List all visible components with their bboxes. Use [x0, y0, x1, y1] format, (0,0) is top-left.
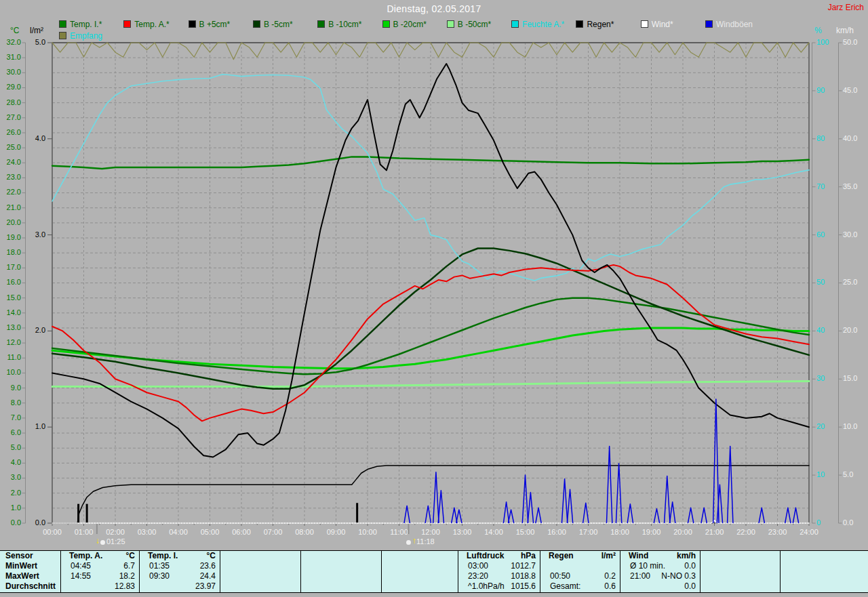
stats-cell-time: 09:30	[149, 571, 170, 581]
wind-axis-label: 45.0	[843, 86, 857, 94]
wind-gust-spike	[793, 508, 798, 523]
stats-cell-value: 23.6	[200, 561, 216, 571]
weather-app-window: Dienstag, 02.05.2017 Jarz Erich Temp. I.…	[0, 0, 868, 597]
humidity-axis-label: 10	[816, 470, 825, 478]
stats-cell-value: N-NO 0.3	[661, 571, 696, 581]
stats-cell-value: 12.83	[115, 581, 135, 592]
wind-axis-label: 35.0	[843, 182, 857, 190]
stats-cell-value: 0.2	[604, 571, 616, 581]
temp-axis-label: 19.0	[7, 233, 21, 241]
temp-axis-label: 12.0	[7, 338, 21, 346]
time-axis-label: 12:00	[421, 528, 440, 536]
humidity-axis-label: 80	[816, 134, 825, 142]
wind-axis-label: 0.0	[843, 518, 853, 527]
stats-row-labels: SensorMinWertMaxWertDurchschnitt	[0, 551, 60, 592]
temp-axis-label: 2.0	[11, 489, 21, 497]
temp-axis-label: 16.0	[7, 278, 21, 286]
wind-gust-spike	[785, 508, 791, 523]
wind-gust-spike	[567, 489, 572, 523]
wind-gust-spike	[583, 503, 589, 523]
wind-axis-label: 20.0	[843, 326, 857, 334]
time-axis-label: 16:00	[547, 528, 566, 536]
rain-axis-label: 5.0	[35, 38, 45, 46]
moon-set-time: 01:25	[106, 537, 125, 545]
wind-gust-spike	[425, 506, 431, 523]
temp-axis-label: 28.0	[7, 98, 21, 106]
rain-axis-label: 4.0	[35, 134, 45, 142]
temp-axis-label: 7.0	[11, 413, 21, 421]
wind-gust-spike	[536, 508, 541, 523]
temp-axis-label: 24.0	[7, 158, 21, 166]
wind-gust-spike	[701, 508, 707, 523]
stats-col-unit: °C	[126, 551, 135, 561]
time-axis-label: 08:00	[295, 528, 314, 536]
stats-col-empty	[700, 551, 780, 592]
time-axis-label: 07:00	[264, 528, 283, 536]
time-axis-label: 15:00	[516, 528, 535, 536]
temp-axis-label: 4.0	[11, 458, 21, 466]
wind-axis-label: 25.0	[843, 278, 857, 286]
temp-axis-label: 18.0	[7, 248, 21, 256]
stats-cell-value: 0.0	[684, 561, 696, 571]
time-axis-label: 17:00	[579, 528, 598, 536]
stats-cell-value: 18.2	[119, 571, 135, 581]
wind-gust-spike	[528, 493, 533, 523]
wind-axis-label: 30.0	[843, 230, 857, 239]
stats-col-temp-i-: Temp. I.°C01:3523.609:3024.423.97	[139, 551, 220, 592]
stats-cell-time: 03:00	[468, 561, 488, 571]
daily-stats-table: SensorMinWertMaxWertDurchschnittTemp. A.…	[0, 550, 868, 593]
temp-axis-label: 29.0	[7, 83, 21, 91]
temp-axis-label: 31.0	[7, 53, 21, 61]
time-axis-label: 21:00	[705, 528, 724, 536]
humidity-axis-label: 40	[816, 326, 825, 334]
wind-gust-spike	[759, 508, 764, 523]
temp-axis-label: 14.0	[7, 308, 21, 316]
moon-icon	[100, 540, 105, 545]
time-axis-label: 23:00	[768, 528, 787, 536]
stats-col-title: Temp. I.	[148, 551, 178, 561]
stats-cell-value: 1018.8	[511, 571, 536, 581]
wind-axis-label: 40.0	[843, 134, 857, 142]
wind-axis-label: 15.0	[843, 374, 857, 382]
stats-col-unit: °C	[207, 551, 216, 561]
stats-cell-time: 21:00	[630, 571, 650, 581]
stats-row-label: MinWert	[0, 561, 60, 571]
temp-axis-label: 9.0	[11, 384, 21, 392]
wind-gust-spike	[688, 508, 693, 523]
stats-cell-time: Ø 10 min.	[630, 561, 665, 571]
time-axis-label: 09:00	[327, 528, 346, 536]
stats-cell-value: 0.0	[684, 581, 696, 592]
wind-gust-spike	[669, 502, 675, 523]
stats-cell-time: 01:35	[149, 561, 170, 571]
temp-axis-label: 20.0	[7, 218, 21, 226]
time-axis-label: 06:00	[232, 528, 251, 536]
stats-col-regen: Regenl/m²00:500.2Gesamt:0.6	[540, 551, 620, 592]
temp-axis-label: 8.0	[11, 398, 21, 407]
temp-axis-label: 0.0	[11, 518, 21, 527]
stats-col-empty	[381, 551, 458, 592]
temp-axis-label: 27.0	[7, 113, 21, 121]
stats-cell-value: 24.4	[200, 571, 216, 581]
stats-cell-time: Gesamt:	[550, 581, 580, 592]
time-axis-label: 02:00	[106, 528, 125, 536]
time-axis-label: 13:00	[453, 528, 472, 536]
stats-cell-time: 14:55	[71, 571, 91, 581]
wind-gust-spike	[438, 491, 443, 523]
weather-chart: 0.01.02.03.04.05.06.07.08.09.010.011.012…	[0, 0, 868, 550]
humidity-axis-label: 50	[816, 278, 825, 286]
time-axis-label: 01:00	[75, 528, 94, 536]
rain-axis-label: 1.0	[35, 422, 45, 430]
temp-axis-label: 30.0	[7, 68, 21, 76]
temp-axis-label: 10.0	[7, 368, 21, 376]
arrow-down-icon: ↓	[96, 537, 100, 545]
stats-col-empty	[780, 551, 868, 592]
humidity-axis-label: 90	[816, 86, 825, 94]
temp-axis-label: 11.0	[7, 353, 21, 361]
temp-axis-label: 17.0	[7, 263, 21, 271]
wind-gust-spike	[503, 502, 509, 523]
temp-axis-label: 1.0	[11, 503, 21, 512]
time-axis-label: 22:00	[736, 528, 755, 536]
stats-col-empty	[300, 551, 381, 592]
stats-cell-value: 1012.7	[511, 561, 536, 571]
humidity-axis-label: 30	[816, 374, 825, 382]
